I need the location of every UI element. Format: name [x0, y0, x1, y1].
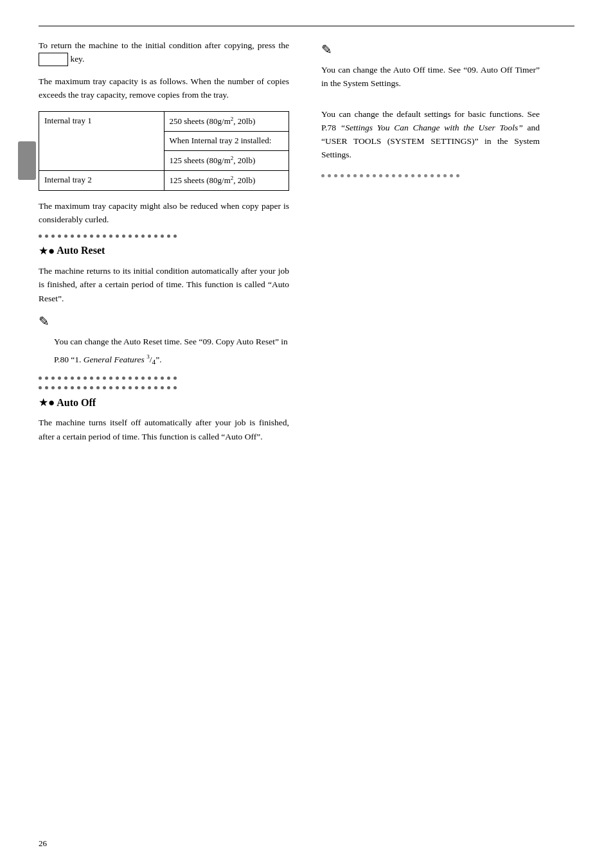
note-pencil-icon-1: ✎ [39, 314, 289, 329]
internal-tray-2-label: Internal tray 2 [39, 170, 164, 190]
after-table-paragraph: The maximum tray capacity might also be … [39, 200, 289, 227]
table-row: Internal tray 2 125 sheets (80g/m2, 20lb… [39, 170, 289, 190]
auto-off-body: The machine turns itself off automatical… [39, 416, 289, 443]
note-pencil-icon-2: ✎ [321, 42, 540, 57]
auto-reset-body: The machine returns to its initial condi… [39, 264, 289, 306]
right-note-block: You can change the Auto Off time. See “0… [321, 64, 540, 161]
gear-icon-auto-off: ★● [39, 396, 55, 409]
right-note-line2: You can change the default settings for … [321, 108, 540, 162]
pencil-icon-right: ✎ [321, 42, 332, 57]
two-column-layout: To return the machine to the initial con… [0, 39, 613, 451]
top-rule [39, 26, 574, 26]
page-number: 26 [39, 838, 47, 849]
dotted-divider-1 [39, 235, 289, 238]
auto-off-title: Auto Off [57, 397, 96, 409]
dotted-divider-2 [39, 376, 289, 380]
tray-2-capacity: 125 sheets (80g/m2, 20lb) [164, 170, 289, 190]
dotted-divider-3 [39, 386, 289, 389]
tray-1-when-installed: When Internal tray 2 installed: [164, 131, 289, 150]
auto-reset-title: Auto Reset [57, 245, 105, 256]
tray-1-capacity-2: 125 sheets (80g/m2, 20lb) [164, 150, 289, 170]
tray-capacity-table: Internal tray 1 250 sheets (80g/m2, 20lb… [39, 111, 289, 191]
right-note-line1: You can change the Auto Off time. See “0… [321, 64, 540, 91]
internal-tray-1-label: Internal tray 1 [39, 111, 164, 170]
auto-reset-note-line2: P.80 “1. General Features 3/4”. [54, 353, 289, 368]
gear-icon-auto-reset: ★● [39, 244, 55, 258]
page-container: To return the machine to the initial con… [0, 0, 613, 868]
intro-paragraph-1: To return the machine to the initial con… [39, 39, 289, 66]
table-row: Internal tray 1 250 sheets (80g/m2, 20lb… [39, 111, 289, 131]
auto-reset-note: You can change the Auto Reset time. See … [54, 335, 289, 368]
sidebar-marker [18, 141, 36, 180]
right-column: ✎ You can change the Auto Off time. See … [308, 39, 540, 451]
auto-reset-note-line1: You can change the Auto Reset time. See … [54, 335, 289, 349]
key-symbol [39, 53, 68, 66]
auto-off-heading: ★● Auto Off [39, 396, 289, 409]
intro-paragraph-2: The maximum tray capacity is as follows.… [39, 75, 289, 102]
left-column: To return the machine to the initial con… [39, 39, 308, 451]
pencil-icon: ✎ [39, 314, 49, 328]
tray-1-capacity-1: 250 sheets (80g/m2, 20lb) [164, 111, 289, 131]
auto-reset-heading: ★● Auto Reset [39, 244, 289, 258]
right-dotted-divider [321, 174, 540, 177]
